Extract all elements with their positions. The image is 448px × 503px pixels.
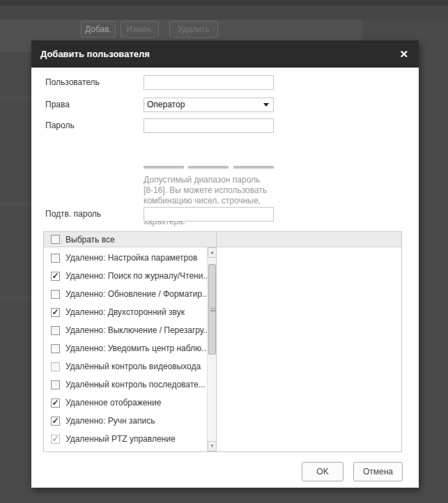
password-strength-meter [144,166,274,169]
add-user-dialog: Добавить пользователя ✕ Пользователь Пра… [31,40,419,488]
permissions-right-pane [216,232,401,451]
page-row-divider [0,297,31,298]
permission-label: Удаленное отображение [65,398,161,408]
permission-label: Удаленно: Двухсторонний звук [65,307,185,317]
permissions-scroll-area: Удаленно: Настройка параметров ✓ Удаленн… [44,247,216,451]
password-input[interactable] [144,118,274,133]
level-label: Права [45,98,70,112]
permission-row[interactable]: ✓ Удаленно: Ручн запись [44,412,199,430]
permission-checkbox[interactable] [51,380,60,389]
permission-row[interactable]: ✓ Удаленное отображение [44,394,199,412]
confirm-password-label: Подтв. пароль [45,207,101,222]
chevron-down-icon [263,103,269,107]
select-all-label: Выбрать все [65,235,115,245]
permission-checkbox[interactable]: ✓ [51,308,60,317]
level-select-value: Оператор [147,100,185,109]
permissions-left-pane: Выбрать все Удаленно: Настройка параметр… [44,232,216,451]
dialog-titlebar: Добавить пользователя ✕ [31,40,419,68]
permission-row[interactable]: ✓ Удаленно: Поиск по журналу/Чтени... [44,267,199,285]
page-header-strip [0,6,448,20]
page-toolbar-band-left [0,40,31,52]
confirm-password-input[interactable] [144,207,274,222]
permission-checkbox[interactable] [51,254,60,263]
permission-row[interactable]: ✓ Удаленно: Двухсторонний звук [44,303,199,321]
permissions-list: Удаленно: Настройка параметров ✓ Удаленн… [44,249,199,451]
permission-checkbox[interactable] [51,326,60,335]
permission-row[interactable]: ✓ Удаленный PTZ управление [44,430,199,448]
permission-label: Удаленно: Настройка параметров [65,253,197,263]
permission-label: Удаленный PTZ управление [65,434,176,444]
permission-checkbox[interactable] [51,344,60,353]
dialog-title: Добавить пользователя [40,40,150,68]
strength-bar-2 [188,166,229,169]
permission-checkbox[interactable]: ✓ [51,435,60,444]
permission-label: Удаленно: Ручн запись [65,416,155,426]
permission-row[interactable]: Удаленно: Выключение / Перезагру... [44,321,199,339]
permissions-panel: Выбрать все Удаленно: Настройка параметр… [43,231,402,452]
permission-row[interactable]: Удалённый контроль видеовыхода [44,357,199,376]
scrollbar-thumb[interactable] [208,264,216,355]
scrollbar-grip-icon [210,308,215,311]
permission-row[interactable]: Удаленно: Уведомить центр наблю... [44,339,199,357]
permission-label: Удаленно: Обновление / Форматир... [65,289,209,299]
permission-label: Удаленно: Поиск по журналу/Чтени... [65,271,210,281]
strength-bar-1 [144,166,184,169]
add-user-button[interactable]: Добав. [81,21,116,38]
scrollbar[interactable]: ▲ ▼ [207,247,216,451]
permission-row[interactable]: Удалённый контроль последовате... [44,376,199,394]
permissions-right-body [217,247,401,451]
select-all-row[interactable]: Выбрать все [44,232,216,247]
scroll-up-icon[interactable]: ▲ [208,247,216,258]
permission-label: Удаленно: Уведомить центр наблю... [65,343,208,353]
delete-user-button: Удалить [169,21,218,38]
page-row-divider [0,98,31,98]
scroll-down-icon[interactable]: ▼ [208,441,216,451]
username-input[interactable] [144,75,274,90]
permission-checkbox[interactable] [51,290,60,299]
cancel-button[interactable]: Отмена [353,462,403,481]
permission-row[interactable]: Удаленно: Настройка параметров [44,249,199,267]
permission-checkbox[interactable]: ✓ [51,417,60,426]
modify-user-button: Измен. [121,21,159,38]
username-label: Пользователь [45,75,100,90]
permissions-right-header [217,232,401,247]
ok-button[interactable]: OK [302,462,343,481]
select-all-checkbox[interactable] [51,235,60,244]
permission-row[interactable]: ✓ Удаленное воспроизведение/загру... [44,448,199,451]
password-label: Пароль [45,118,75,133]
page-row-divider [0,204,31,205]
permission-checkbox[interactable]: ✓ [51,272,60,281]
permission-label: Удалённый контроль видеовыхода [65,362,201,371]
permission-checkbox[interactable]: ✓ [51,398,60,408]
permission-label: Удалённый контроль последовате... [65,380,206,389]
permission-label: Удаленно: Выключение / Перезагру... [65,325,210,335]
close-icon[interactable]: ✕ [399,40,408,68]
page-top-strip [0,0,448,6]
strength-bar-3 [233,166,274,169]
permission-row[interactable]: Удаленно: Обновление / Форматир... [44,285,199,303]
permission-checkbox[interactable] [51,362,60,371]
level-select[interactable]: Оператор [144,98,274,112]
